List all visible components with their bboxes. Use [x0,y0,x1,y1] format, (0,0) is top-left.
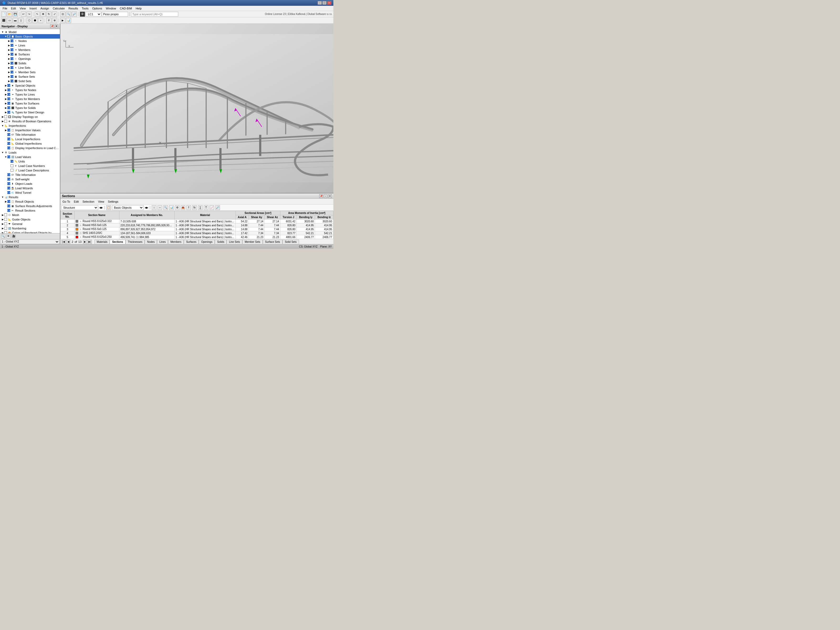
scale-button[interactable]: ⤢ [52,11,57,17]
cb-result-objects[interactable]: ✓ [7,200,10,203]
cb-guide-objects[interactable] [4,218,7,221]
structure-filter-dropdown[interactable]: Structure [62,205,98,210]
new-button[interactable]: 📄 [1,11,6,17]
filter-icon-5[interactable]: 📊 [169,205,174,210]
results-button[interactable]: 📊 [66,18,71,23]
cb-global-imp[interactable]: ✓ [7,142,10,145]
move-button[interactable]: ✥ [40,11,46,17]
zoom-fit-button[interactable]: ⊡ [60,11,65,17]
tree-types-surfaces[interactable]: ▶ ✓ ▦ Types for Surfaces [0,101,60,106]
page-prev-button[interactable]: ◀ [66,240,70,244]
tree-types-nodes[interactable]: ▶ ✓ • Types for Nodes [0,88,60,92]
tree-member-sets[interactable]: ▶ ✓ ≡ Member Sets [0,70,60,74]
tree-load-case-numbers[interactable]: # Load Case Numbers [0,164,60,168]
load-case-name-field[interactable] [102,12,128,17]
select-button[interactable]: ↖ [35,11,40,17]
expand-numbering[interactable]: ▶ [1,227,4,230]
menu-item-calculate[interactable]: Calculate [51,6,66,10]
cb-solids[interactable]: ✓ [11,62,13,65]
tree-line-sets[interactable]: ▶ ✓ ≡ Line Sets [0,65,60,70]
snap-button[interactable]: ⊕ [52,18,57,23]
cb-lc-desc[interactable] [11,169,13,172]
cb-surfaces[interactable]: ✓ [11,53,13,56]
nav-bottom-btn1[interactable]: 🔍 [1,234,5,238]
filter-icon-4[interactable]: 🔍 [163,205,168,210]
tree-boolean-results[interactable]: ▶ ⊕ Results of Boolean Operations [0,119,60,123]
expand-lc-numbers[interactable] [7,164,11,167]
view-3d-button[interactable]: ⬛ [1,18,6,23]
calc-button[interactable]: ▶ [60,18,65,23]
table-row[interactable]: 5○Round HSS 8.625x0.250496,509,741 ☐□984… [61,235,333,239]
cb-general[interactable] [4,222,7,225]
cb-types-surfaces[interactable]: ✓ [7,102,10,105]
save-button[interactable]: 💾 [13,11,18,17]
page-last-button[interactable]: ▶| [88,240,92,244]
grid-button[interactable]: # [46,18,51,23]
page-tab-members[interactable]: Members [168,240,184,244]
undo-button[interactable]: ↩ [21,11,26,17]
table-row[interactable]: 1○Round HSS 8.625x0.3227-10,505-5081 - A… [61,219,333,223]
cs-dropdown[interactable]: 1 - Global XYZ [0,239,59,244]
cb-mesh[interactable] [4,213,7,216]
cb-local-imp[interactable]: ✓ [7,137,10,141]
filter-icon-6[interactable]: ⚙ [175,205,180,210]
filter-icon-1[interactable]: 📋 [106,205,111,210]
menu-item-edit[interactable]: Edit [9,6,17,10]
tree-load-values[interactable]: ▼ ✓ 🔢 Load Values [0,155,60,159]
table-row[interactable]: 4□SHS 140/3.2/0/C134-187,561-584,606,633… [61,231,333,235]
cb-imperfection-values[interactable]: ✓ [7,129,10,131]
cb-display-topology[interactable] [4,115,7,118]
tree-members[interactable]: ▶ ✓ ━ Members [0,47,60,52]
sections-edit[interactable]: Edit [73,200,80,204]
minimize-button[interactable]: − [317,1,322,5]
filter-icon-2[interactable]: ↕ [152,205,156,210]
rotate-button[interactable]: ↻ [46,11,51,17]
tree-types-members[interactable]: ▶ ✓ ━ Types for Members [0,96,60,101]
cb-basic-objects[interactable]: ✓ [7,35,10,38]
sections-settings[interactable]: Settings [107,200,120,204]
filter-icon-13[interactable]: 🔎 [215,205,220,210]
zoom-in-button[interactable]: 🔍 [66,11,71,17]
sections-view[interactable]: View [97,200,105,204]
expand-mesh[interactable]: ▶ [1,213,4,216]
tree-basic-objects[interactable]: ▼ ✓ 📋 Basic Objects [0,34,60,39]
tree-special-objects[interactable]: ▶ ✓ ★ Special Objects [0,83,60,88]
load-case-selector[interactable]: LC1 [85,12,101,17]
cb-types-nodes[interactable]: ✓ [7,88,10,92]
cb-units[interactable]: ✓ [11,160,13,163]
tree-types-steel[interactable]: ▶ ✓ 🔩 Types for Steel Design [0,110,60,114]
tree-local-imperfections[interactable]: ✓ 📐 Local Imperfections [0,137,60,141]
filter-icon-8[interactable]: f [186,205,191,210]
nav-bottom-btn3[interactable]: 🎥 [11,234,16,238]
page-tab-lines[interactable]: Lines [157,240,168,244]
tree-wind-tunnel[interactable]: ✓ 💨 Wind Tunnel [0,190,60,195]
expand-general[interactable]: ▶ [1,222,4,226]
table-row[interactable]: 2○Round HSS 6x0.125220,233,618,740,779,7… [61,223,333,227]
cb-colors-rendered[interactable] [4,231,7,233]
search-input[interactable] [131,12,178,17]
expand-display-topology[interactable]: ▶ [1,115,4,118]
tree-imperfections[interactable]: ▼ 📐 Imperfections [0,123,60,128]
cb-object-loads[interactable]: ✓ [7,182,10,185]
page-tab-nodes[interactable]: Nodes [145,240,157,244]
cb-lines[interactable]: ✓ [11,44,13,47]
cb-member-sets[interactable]: ✓ [11,71,13,74]
expand-results[interactable]: ▼ [1,196,4,199]
cb-result-sections[interactable]: ✓ [7,209,10,212]
tree-solid-sets[interactable]: ▶ ✓ ⬛ Solid Sets [0,79,60,83]
cb-disp-imp-lc[interactable]: ✓ [7,147,10,149]
tree-types-solids[interactable]: ▶ ✓ ⬛ Types for Solids [0,106,60,110]
tree-self-weight[interactable]: ✓ ⚖ Self-weight [0,177,60,182]
page-next-button[interactable]: ▶ [83,240,87,244]
tree-global-imperfections[interactable]: ✓ 📐 Global Imperfections [0,141,60,146]
cb-types-members[interactable]: ✓ [7,97,10,100]
page-tab-sections[interactable]: Sections [110,240,125,244]
cb-load-values[interactable]: ✓ [7,155,10,158]
tree-solids[interactable]: ▶ ✓ ⬛ Solids [0,61,60,65]
filter-icon-3[interactable]: ↔ [158,205,162,210]
render-wire-button[interactable]: ⬡ [27,18,32,23]
menu-item-help[interactable]: Help [134,6,143,10]
menu-item-results[interactable]: Results [67,6,80,10]
tree-display-imp-load-cases[interactable]: ✓ 📋 Display Imperfections in Load Cases … [0,146,60,150]
page-tab-surface-sets[interactable]: Surface Sets [263,240,283,244]
